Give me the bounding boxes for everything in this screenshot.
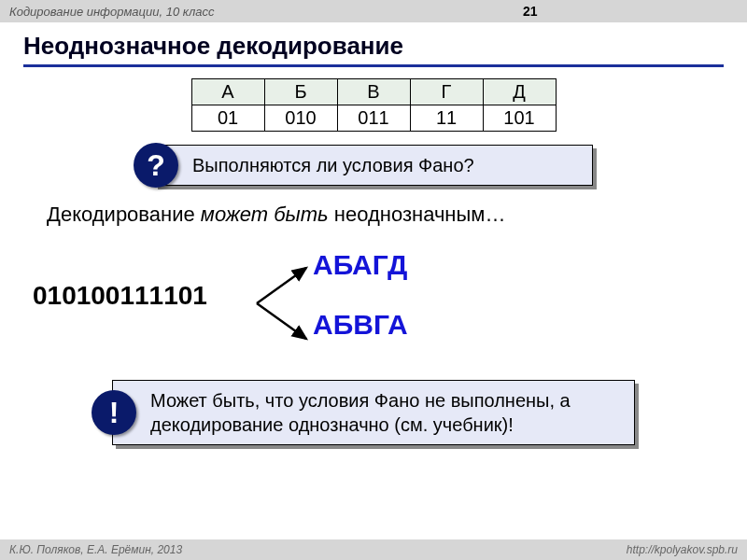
table-row-codes: 01 010 011 11 101 [191, 105, 556, 132]
question-text: Выполняются ли условия Фано? [154, 145, 593, 186]
subtitle-italic: может быть [201, 203, 329, 226]
subtitle: Декодирование может быть неоднозначным… [0, 186, 747, 236]
cell-letter: Г [410, 79, 483, 105]
decoded-result-top: АБАГД [313, 249, 407, 281]
subtitle-after: неоднозначным… [329, 203, 506, 226]
svg-line-0 [257, 268, 306, 303]
exclaim-badge-icon: ! [92, 390, 136, 435]
svg-line-1 [257, 303, 306, 339]
cell-letter: Д [483, 79, 556, 105]
footer-left: К.Ю. Поляков, Е.А. Ерёмин, 2013 [9, 543, 182, 556]
code-table: А Б В Г Д 01 010 011 11 101 [191, 78, 557, 132]
bitstring: 010100111101 [33, 281, 207, 311]
question-callout: ? Выполняются ли условия Фано? [154, 145, 593, 186]
cell-letter: Б [264, 79, 337, 105]
page-title: Неоднозначное декодирование [0, 22, 747, 64]
page-number: 21 [523, 4, 538, 19]
cell-letter: В [337, 79, 410, 105]
title-underline [23, 64, 724, 67]
note-callout: ! Может быть, что условия Фано не выполн… [112, 380, 635, 445]
cell-code: 01 [191, 105, 264, 132]
cell-code: 010 [264, 105, 337, 132]
header-bar: Кодирование информации, 10 класс 21 [0, 0, 747, 22]
table-row-letters: А Б В Г Д [191, 79, 556, 105]
breadcrumb: Кодирование информации, 10 класс [9, 5, 214, 19]
split-arrows-icon [255, 257, 320, 350]
cell-code: 011 [337, 105, 410, 132]
cell-code: 101 [483, 105, 556, 132]
cell-code: 11 [410, 105, 483, 132]
footer-bar: К.Ю. Поляков, Е.А. Ерёмин, 2013 http://k… [0, 539, 747, 560]
cell-letter: А [191, 79, 264, 105]
note-text: Может быть, что условия Фано не выполнен… [112, 380, 635, 445]
footer-right: http://kpolyakov.spb.ru [627, 543, 738, 556]
question-badge-icon: ? [134, 143, 178, 188]
decoded-result-bottom: АБВГА [313, 309, 408, 341]
subtitle-before: Декодирование [47, 203, 201, 226]
decoding-diagram: 010100111101 АБАГД АБВГА [23, 236, 724, 367]
